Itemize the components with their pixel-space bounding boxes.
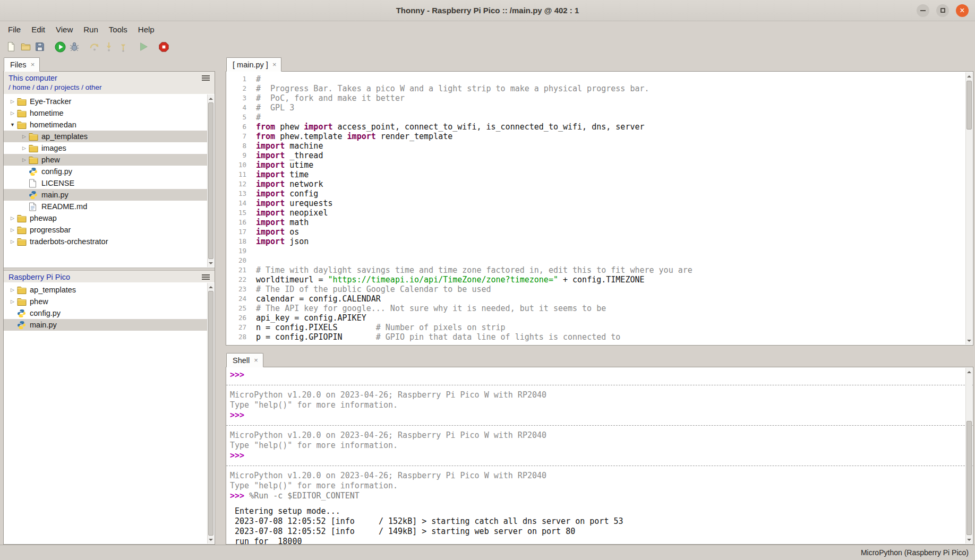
close-icon: × [960,6,964,15]
maximize-button[interactable] [936,4,949,17]
line-number: 9 [226,151,246,160]
section-menu-icon[interactable] [202,274,210,280]
shell-output[interactable]: >>> MicroPython v1.20.0 on 2023-04-26; R… [226,367,973,545]
close-button[interactable]: × [956,4,969,17]
expand-icon[interactable]: ▷ [8,287,17,292]
minimize-button[interactable] [917,4,929,17]
scroll-down-arrow[interactable] [208,536,214,543]
tree-item-main.py[interactable]: main.py [4,319,207,331]
scroll-down-arrow[interactable] [208,260,214,266]
tree-item-label: LICENSE [41,179,74,187]
menu-run[interactable]: Run [78,23,104,36]
tree-item-config.py[interactable]: config.py [4,307,207,319]
scroll-down-arrow[interactable] [966,536,972,543]
shell-stdout-line: 2023-07-08 12:05:52 [info / 152kB] > sta… [230,516,961,527]
scrollbar-thumb[interactable] [967,421,972,535]
expand-icon[interactable]: ▷ [8,227,17,232]
tree-item-label: main.py [30,321,57,329]
tree-item-license[interactable]: LICENSE [4,177,207,189]
shell-scrollbar[interactable] [965,368,972,544]
new-file-button[interactable] [5,40,18,54]
shell-stdout-line: run for 18000 [230,537,961,545]
menu-tools[interactable]: Tools [104,23,133,36]
editor-panel[interactable]: 1234567891011121314151617181920212223242… [226,71,973,346]
folder-icon [29,156,40,164]
tab-close-icon[interactable]: × [272,61,277,68]
scrollbar-thumb[interactable] [208,102,213,259]
tab-main-py[interactable]: [ main.py ] × [226,57,281,72]
session-separator [230,380,961,390]
stop-button[interactable] [157,40,170,54]
debug-script-button[interactable] [68,40,81,54]
tab-shell[interactable]: Shell × [226,353,263,367]
tree-item-ap_templates[interactable]: ▷ap_templates [4,131,207,142]
menu-help[interactable]: Help [133,23,160,36]
scroll-up-arrow[interactable] [966,73,972,80]
section-menu-icon[interactable] [202,75,210,81]
expand-icon[interactable]: ▷ [8,299,17,304]
tree-item-phew[interactable]: ▷phew [4,296,207,307]
save-file-button[interactable] [33,40,46,54]
editor-gutter: 1234567891011121314151617181920212223242… [226,72,251,345]
expand-icon[interactable]: ▷ [8,99,17,104]
expand-icon[interactable]: ▷ [20,145,29,151]
editor-code[interactable]: ## Progress Bar. Takes a pico W and a li… [251,72,973,345]
tree-item-label: hometime [30,109,64,117]
expand-icon[interactable]: ▷ [20,157,29,162]
tree-item-hometimedan[interactable]: ▼hometimedan [4,119,207,131]
scroll-up-arrow[interactable] [208,95,214,102]
step-over-button [88,40,101,54]
editor-scrollbar[interactable] [965,72,972,344]
pico-tree-scrollbar[interactable] [207,283,214,544]
tree-item-phewap[interactable]: ▷phewap [4,212,207,224]
menu-edit[interactable]: Edit [26,23,50,36]
tree-item-progressbar[interactable]: ▷progressbar [4,224,207,236]
pico-header: Raspberry Pi Pico [8,273,70,281]
expand-icon[interactable]: ▷ [8,216,17,221]
line-number: 6 [226,122,246,132]
backend-indicator[interactable]: MicroPython (Raspberry Pi Pico) [861,548,969,557]
line-number: 17 [226,227,246,237]
code-line: # The API key for google... Not sure why… [256,304,961,313]
code-line: # [256,113,961,122]
pico-tree[interactable]: ▷ap_templates▷phewconfig.pymain.py [4,282,215,544]
tree-item-ap_templates[interactable]: ▷ap_templates [4,284,207,296]
tab-close-icon[interactable]: × [31,61,35,68]
menu-file[interactable]: File [3,23,26,36]
tree-item-label: phew [30,297,48,306]
scroll-up-arrow[interactable] [208,283,214,290]
shell-banner-line: Type "help()" for more information. [230,441,961,451]
run-script-button[interactable] [54,40,66,54]
tab-files[interactable]: Files × [4,57,40,72]
shell-panel[interactable]: >>> MicroPython v1.20.0 on 2023-04-26; R… [226,367,973,545]
tree-item-config.py[interactable]: config.py [4,166,207,177]
tree-item-traderbots-orchestrator[interactable]: ▷traderbots-orchestrator [4,236,207,247]
menu-view[interactable]: View [50,23,78,36]
tab-close-icon[interactable]: × [254,357,258,364]
tree-item-label: ap_templates [41,132,88,141]
scroll-down-arrow[interactable] [966,337,972,344]
tree-item-images[interactable]: ▷images [4,142,207,154]
line-number: 25 [226,304,246,313]
scrollbar-thumb[interactable] [208,291,213,536]
computer-tree[interactable]: ▷Eye-Tracker▷hometime▼hometimedan▷ap_tem… [4,94,215,268]
line-number: 8 [226,141,246,151]
breadcrumb[interactable]: / home / dan / projects / other [4,83,215,94]
scroll-up-arrow[interactable] [966,368,972,375]
open-file-button[interactable] [19,40,32,54]
expand-icon[interactable]: ▷ [8,239,17,244]
session-separator [230,420,961,430]
expand-icon[interactable]: ▷ [20,134,29,139]
tree-item-eye-tracker[interactable]: ▷Eye-Tracker [4,96,207,107]
expand-icon[interactable]: ▷ [8,110,17,116]
computer-tree-scrollbar[interactable] [207,94,214,267]
tree-item-phew[interactable]: ▷phew [4,154,207,166]
run-icon [54,41,66,53]
collapse-icon[interactable]: ▼ [8,122,17,127]
tree-item-hometime[interactable]: ▷hometime [4,107,207,119]
code-line: api_key = config.APIKEY [256,313,961,323]
tree-item-readme.md[interactable]: README.md [4,201,207,212]
scrollbar-thumb[interactable] [967,81,972,130]
code-line: import machine [256,141,961,151]
tree-item-main.py[interactable]: main.py [4,189,207,201]
